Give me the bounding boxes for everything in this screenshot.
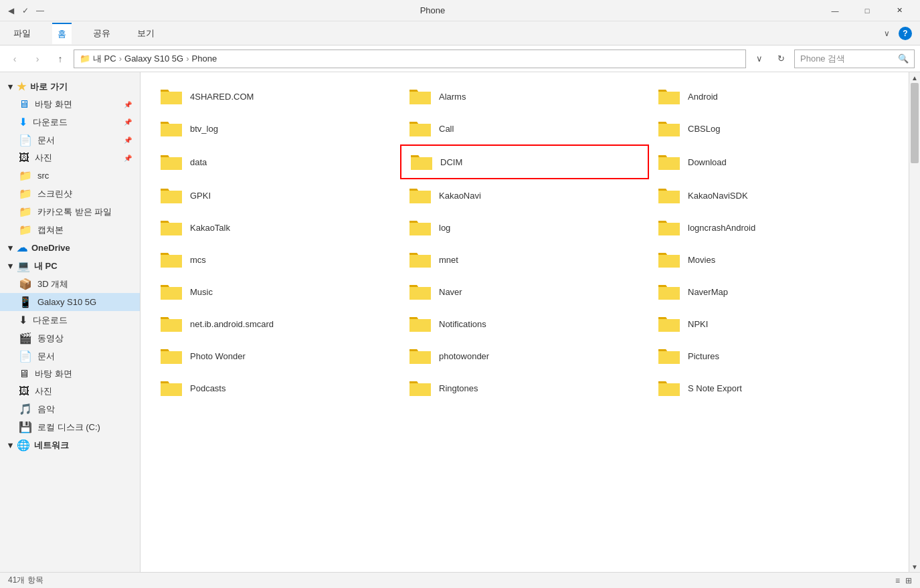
mypc-label: 내 PC: [34, 260, 58, 272]
path-galaxy[interactable]: Galaxy S10 5G: [124, 54, 183, 64]
sidebar-item-docs[interactable]: 📄 문서 📌: [0, 131, 140, 149]
onedrive-header[interactable]: ▾ ☁ OneDrive: [0, 239, 140, 257]
file-item-4shared.com[interactable]: 4SHARED.COM: [151, 80, 400, 112]
dropdown-button[interactable]: ∨: [750, 50, 769, 68]
ribbon-tab-home[interactable]: 홈: [52, 23, 72, 44]
sidebar-item-photos[interactable]: 🖼 사진 📌: [0, 149, 140, 167]
folder-icon: [408, 377, 432, 399]
sidebar-item-pc-photos[interactable]: 🖼 사진: [0, 383, 140, 400]
folder-icon: [408, 313, 432, 334]
scrollbar[interactable]: ▲ ▼: [909, 72, 920, 572]
sidebar-item-video[interactable]: 🎬 동영상: [0, 329, 140, 347]
file-item-kakaonavi[interactable]: KakaoNavi: [400, 179, 649, 211]
forward-button[interactable]: ›: [28, 50, 47, 68]
ribbon-expand-button[interactable]: ∨: [880, 27, 893, 40]
folder-icon: [657, 313, 681, 334]
network-header[interactable]: ▾ 🌐 네트워크: [0, 436, 140, 454]
file-item-android[interactable]: Android: [649, 80, 898, 112]
scrollbar-down[interactable]: ▼: [909, 561, 920, 572]
file-item-s-note-export[interactable]: S Note Export: [649, 372, 898, 404]
sidebar-item-photos-label: 사진: [35, 152, 52, 164]
file-item-data[interactable]: data: [151, 144, 400, 179]
folder-icon: [657, 185, 681, 206]
sidebar-item-3d[interactable]: 📦 3D 개체: [0, 275, 140, 293]
network-icon: 🌐: [17, 439, 30, 452]
sidebar-item-download[interactable]: ⬇ 다운로드 📌: [0, 113, 140, 131]
file-item-dcim[interactable]: DCIM: [400, 144, 649, 179]
mypc-arrow: ▾: [8, 261, 13, 271]
address-path[interactable]: 📁 내 PC › Galaxy S10 5G › Phone: [74, 50, 746, 68]
help-button[interactable]: ?: [899, 27, 912, 40]
file-item-gpki[interactable]: GPKI: [151, 179, 400, 211]
path-mypc[interactable]: 내 PC: [93, 53, 116, 65]
file-item-notifications[interactable]: Notifications: [400, 308, 649, 340]
file-item-logncrashandroid[interactable]: logncrashAndroid: [649, 211, 898, 243]
file-item-npki[interactable]: NPKI: [649, 308, 898, 340]
file-item-podcasts[interactable]: Podcasts: [151, 372, 400, 404]
close-button[interactable]: ✕: [884, 0, 915, 21]
folder-icon: [408, 281, 432, 302]
ribbon-tab-file[interactable]: 파일: [8, 23, 36, 43]
scrollbar-up[interactable]: ▲: [909, 72, 920, 83]
file-item-music[interactable]: Music: [151, 276, 400, 308]
folder-icon: [159, 217, 183, 238]
file-item-kakaotalk[interactable]: KakaoTalk: [151, 211, 400, 243]
sidebar-item-kakao[interactable]: 📁 카카오톡 받은 파일: [0, 203, 140, 221]
file-item-mcs[interactable]: mcs: [151, 243, 400, 276]
screenshot-folder-icon: 📁: [19, 187, 32, 200]
up-button[interactable]: ↑: [51, 50, 70, 68]
sidebar-item-pc-download[interactable]: ⬇ 다운로드: [0, 311, 140, 329]
sidebar-item-src[interactable]: 📁 src: [0, 167, 140, 185]
ribbon-tab-share[interactable]: 공유: [88, 23, 116, 43]
file-item-alarms[interactable]: Alarms: [400, 80, 649, 112]
sidebar-item-3d-label: 3D 개체: [37, 278, 68, 290]
back-button[interactable]: ‹: [5, 50, 24, 68]
sidebar-item-capture[interactable]: 📁 캡쳐본: [0, 221, 140, 239]
scrollbar-thumb[interactable]: [911, 83, 919, 163]
view-grid-button[interactable]: ⊞: [905, 576, 912, 585]
path-sep-1: ›: [119, 54, 122, 64]
file-item-btv_log[interactable]: btv_log: [151, 112, 400, 144]
file-name: Alarms: [439, 92, 466, 102]
file-item-photo-wonder[interactable]: Photo Wonder: [151, 340, 400, 372]
search-box[interactable]: Phone 검색 🔍: [794, 50, 915, 68]
file-item-call[interactable]: Call: [400, 112, 649, 144]
file-item-navermap[interactable]: NaverMap: [649, 276, 898, 308]
refresh-button[interactable]: ↻: [771, 50, 790, 68]
minimize-button[interactable]: —: [820, 0, 850, 21]
sidebar-item-video-label: 동영상: [37, 332, 64, 345]
file-item-movies[interactable]: Movies: [649, 243, 898, 276]
video-icon: 🎬: [19, 332, 32, 345]
path-phone[interactable]: Phone: [192, 54, 217, 64]
sidebar-item-music[interactable]: 🎵 음악: [0, 400, 140, 418]
folder-icon: [159, 151, 183, 173]
file-item-naver[interactable]: Naver: [400, 276, 649, 308]
file-item-cbslog[interactable]: CBSLog: [649, 112, 898, 144]
sidebar-item-screenshot[interactable]: 📁 스크린샷: [0, 185, 140, 203]
file-item-pictures[interactable]: Pictures: [649, 340, 898, 372]
sidebar-item-desktop[interactable]: 🖥 바탕 화면 📌: [0, 96, 140, 113]
file-item-ringtones[interactable]: Ringtones: [400, 372, 649, 404]
file-name: Ringtones: [439, 383, 478, 393]
file-item-net.ib.android.smcard[interactable]: net.ib.android.smcard: [151, 308, 400, 340]
pin-icon-desktop: 📌: [124, 101, 132, 108]
file-item-photowonder[interactable]: photowonder: [400, 340, 649, 372]
file-item-log[interactable]: log: [400, 211, 649, 243]
folder-icon: [408, 217, 432, 238]
folder-icon: [409, 151, 434, 173]
file-item-download[interactable]: Download: [649, 144, 898, 179]
ribbon-tab-view[interactable]: 보기: [132, 23, 160, 43]
title-bar-controls: — □ ✕: [820, 0, 915, 21]
sidebar-item-screenshot-label: 스크린샷: [37, 188, 72, 200]
mypc-header[interactable]: ▾ 💻 내 PC: [0, 257, 140, 275]
quick-access-star-icon: ★: [17, 80, 26, 93]
quick-access-header[interactable]: ▾ ★ 바로 가기: [0, 78, 140, 96]
file-item-mnet[interactable]: mnet: [400, 243, 649, 276]
sidebar-item-local-disk[interactable]: 💾 로컬 디스크 (C:): [0, 418, 140, 436]
sidebar-item-galaxy[interactable]: 📱 Galaxy S10 5G: [0, 293, 140, 311]
sidebar-item-pc-desktop[interactable]: 🖥 바탕 화면: [0, 365, 140, 383]
maximize-button[interactable]: □: [852, 0, 883, 21]
view-list-button[interactable]: ≡: [895, 576, 900, 585]
file-item-kakaonavisdk[interactable]: KakaoNaviSDK: [649, 179, 898, 211]
sidebar-item-pc-docs[interactable]: 📄 문서: [0, 347, 140, 365]
